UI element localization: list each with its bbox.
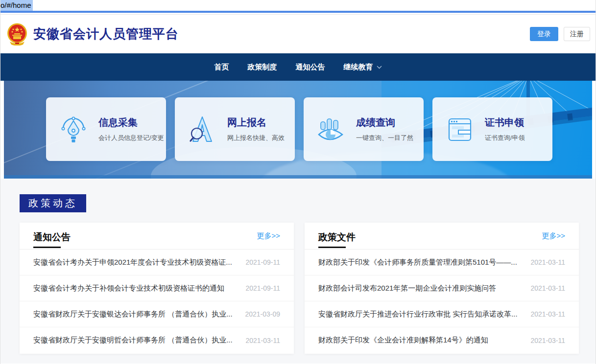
policy-date: 2021-03-11 [530, 284, 565, 292]
panel-title: 政策文件 [318, 228, 356, 244]
nav-item-continuing-education[interactable]: 继续教育 [344, 63, 382, 72]
list-item[interactable]: 安徽省会计考办关于补领会计专业技术初级资格证书的通知 2021-09-11 [20, 275, 294, 301]
eye-chart-icon [317, 115, 345, 143]
policy-files-more-link[interactable]: 更多>> [542, 231, 565, 241]
list-item[interactable]: 财政部会计司发布2021年第一期企业会计准则实施问答 2021-03-11 [305, 275, 579, 301]
policy-files-panel: 政策文件 更多>> 财政部关于印发《会计师事务所质量管理准则第5101号——..… [305, 223, 579, 354]
page-title: 安徽省会计人员管理平台 [33, 25, 179, 43]
panel-title: 通知公告 [33, 228, 71, 244]
card-certificate-application[interactable]: 证书申领 证书查询/申领 [432, 97, 552, 161]
list-item[interactable]: 财政部关于印发《企业会计准则解释第14号》的通知 2021-03-11 [305, 327, 579, 353]
nav-label: 首页 [215, 63, 229, 72]
header-actions: 登录 注册 [530, 27, 590, 41]
policy-title: 财政部会计司发布2021年第一期企业会计准则实施问答 [318, 284, 496, 293]
notice-title: 安徽省会计考办关于补领会计专业技术初级资格证书的通知 [33, 284, 224, 293]
nav-label: 政策制度 [248, 63, 277, 72]
pen-nib-icon [59, 115, 88, 143]
list-item[interactable]: 安徽省财政厅关于安徽明哲会计师事务所 （普通合伙）执业... 2021-03-1… [20, 327, 294, 353]
national-emblem-logo [7, 23, 27, 46]
list-item[interactable]: 安徽省财政厅关于推进会计行业行政审批 实行告知承诺改革... 2021-03-1… [305, 301, 579, 327]
card-subtitle: 会计人员信息登记/变更 [98, 134, 164, 142]
policy-date: 2021-03-11 [530, 310, 565, 318]
list-item[interactable]: 财政部关于印发《会计师事务所质量管理准则第5101号——... 2021-03-… [305, 250, 579, 275]
window-left-edge [0, 0, 0, 364]
site-header: 安徽省会计人员管理平台 登录 注册 [0, 15, 596, 53]
main-navigation: 首页 政策制度 通知公告 继续教育 [0, 53, 596, 81]
hero-banner: 信息采集 会计人员信息登记/变更 网上报名 网上报名快捷、高效 [4, 81, 592, 179]
policy-title: 财政部关于印发《会计师事务所质量管理准则第5101号——... [318, 258, 517, 267]
list-item[interactable]: 安徽省财政厅关于安徽银达会计师事务所 （普通合伙）执业... 2021-03-0… [20, 301, 294, 327]
nav-label: 通知公告 [296, 63, 325, 72]
notice-title: 安徽省财政厅关于安徽银达会计师事务所 （普通合伙）执业... [33, 310, 233, 319]
quick-action-cards: 信息采集 会计人员信息登记/变更 网上报名 网上报名快捷、高效 [46, 97, 552, 161]
card-score-inquiry[interactable]: 成绩查询 一键查询、一目了然 [304, 97, 424, 161]
notice-date: 2021-03-09 [245, 310, 280, 318]
card-title: 证书申领 [485, 116, 525, 129]
list-item[interactable]: 安徽省会计考办关于申领2021年度会计专业技术初级资格证... 2021-09-… [20, 250, 294, 275]
notices-more-link[interactable]: 更多>> [257, 231, 280, 241]
card-online-registration[interactable]: 网上报名 网上报名快捷、高效 [175, 97, 295, 161]
nav-item-notices[interactable]: 通知公告 [296, 63, 325, 72]
notice-title: 安徽省财政厅关于安徽明哲会计师事务所 （普通合伙）执业... [33, 336, 233, 345]
card-title: 网上报名 [227, 116, 285, 129]
policy-title: 安徽省财政厅关于推进会计行业行政审批 实行告知承诺改革... [318, 310, 518, 319]
banner-bottom-strip [4, 175, 592, 179]
card-title: 信息采集 [98, 116, 164, 129]
notice-title: 安徽省会计考办关于申领2021年度会计专业技术初级资格证... [33, 258, 232, 267]
notice-date: 2021-03-11 [245, 337, 280, 344]
policy-section: 政策动态 通知公告 更多>> 安徽省会计考办关于申领2021年度会计专业技术初级… [0, 179, 596, 364]
notice-date: 2021-09-11 [245, 258, 280, 266]
nav-label: 继续教育 [344, 63, 373, 72]
nav-item-policy[interactable]: 政策制度 [248, 63, 277, 72]
letter-a-search-icon [188, 115, 216, 143]
certificate-icon [446, 115, 474, 143]
card-subtitle: 证书查询/申领 [485, 134, 525, 142]
chevron-down-icon [377, 66, 382, 69]
card-subtitle: 网上报名快捷、高效 [227, 134, 285, 142]
notices-panel: 通知公告 更多>> 安徽省会计考办关于申领2021年度会计专业技术初级资格证..… [20, 223, 294, 354]
notice-date: 2021-09-11 [245, 284, 280, 292]
card-info-collection[interactable]: 信息采集 会计人员信息登记/变更 [46, 97, 166, 161]
browser-url-bar[interactable]: o/#/home [0, 0, 596, 11]
policy-title: 财政部关于印发《企业会计准则解释第14号》的通知 [318, 336, 488, 345]
login-button[interactable]: 登录 [530, 27, 558, 41]
policy-date: 2021-03-11 [530, 337, 565, 344]
register-button[interactable]: 注册 [564, 27, 590, 41]
card-title: 成绩查询 [356, 116, 413, 129]
url-text[interactable]: o/#/home [0, 0, 33, 11]
policy-dynamics-badge: 政策动态 [20, 194, 86, 212]
card-subtitle: 一键查询、一目了然 [356, 134, 413, 142]
nav-item-home[interactable]: 首页 [215, 63, 229, 72]
policy-date: 2021-03-11 [530, 258, 565, 266]
